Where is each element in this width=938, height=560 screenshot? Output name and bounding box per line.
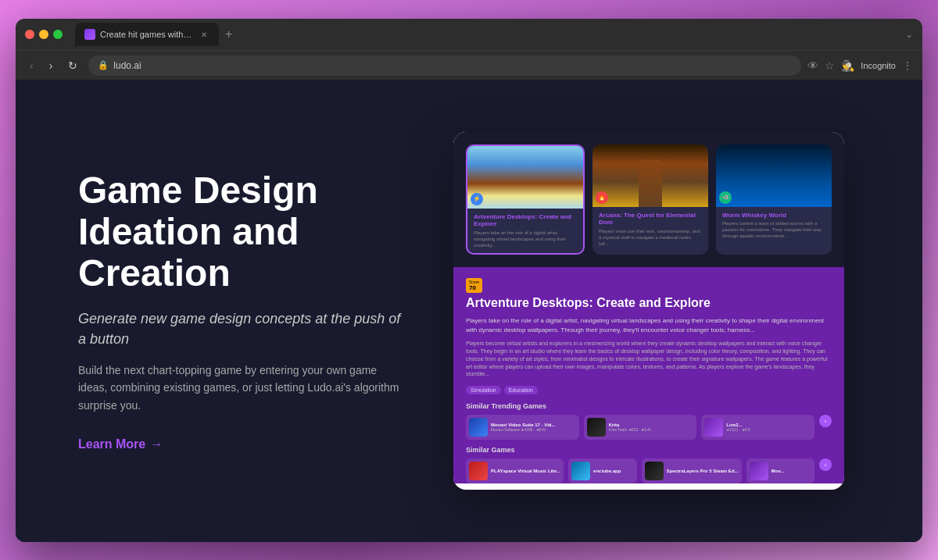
similar-game-thumb-2 xyxy=(571,462,590,480)
similar-info-3: Live2... ★1521 · ★4.5 xyxy=(726,423,811,432)
visibility-off-icon[interactable]: 👁 xyxy=(807,59,818,72)
card-info-1: Artventure Desktops: Create and Explore … xyxy=(467,209,583,254)
more-options-button[interactable]: ⋮ xyxy=(902,59,913,72)
similar-games-section: Similar Games PLAYspace Virtual Music Li… xyxy=(466,446,832,483)
active-tab[interactable]: Create hit games with the po... ✕ xyxy=(75,23,219,46)
similar-game-item-2[interactable]: enctube.app xyxy=(568,458,636,483)
similar-game-thumb-1 xyxy=(469,462,488,480)
similar-trending-item-2[interactable]: Krita Krita Team ★622 · ★0 AI xyxy=(584,415,697,440)
right-panel: ⚡ Artventure Desktops: Create and Explor… xyxy=(453,132,860,490)
close-window-button[interactable] xyxy=(25,30,34,39)
tab-favicon xyxy=(84,29,95,40)
card-name-2: Arcana: The Quest for Elemental Dom xyxy=(599,212,702,226)
similar-trending-item-3[interactable]: Live2... ★1521 · ★4.5 xyxy=(701,415,814,440)
similar-trending-grid: Movavi Video Suite 17 - Vid... Movavi So… xyxy=(466,415,832,440)
detail-title: Artventure Desktops: Create and Explore xyxy=(466,296,832,310)
arrow-icon: → xyxy=(150,437,163,451)
score-value: 70 xyxy=(469,284,479,291)
tab-bar-chevron[interactable]: ⌄ xyxy=(905,29,913,40)
similar-games-next-button[interactable]: › xyxy=(819,458,832,471)
ui-mockup: ⚡ Artventure Desktops: Create and Explor… xyxy=(453,132,844,490)
similar-game-name-3: SpectraLayers Pro 5 Steam Ed... xyxy=(667,469,739,473)
similar-trending-item-1[interactable]: Movavi Video Suite 17 - Vid... Movavi So… xyxy=(466,415,579,440)
card-image-1: ⚡ xyxy=(467,146,583,209)
lock-icon: 🔒 xyxy=(98,60,109,70)
similar-game-thumb-3 xyxy=(645,462,664,480)
similar-trending-title: Similar Trending Games xyxy=(466,402,832,410)
detail-section: Score 70 Artventure Desktops: Create and… xyxy=(453,267,844,483)
similar-game-info-3: SpectraLayers Pro 5 Steam Ed... xyxy=(667,469,739,473)
similar-meta-1: Movavi Software ★4286 · ★9 AI xyxy=(491,427,576,432)
maximize-window-button[interactable] xyxy=(53,30,63,39)
card-desc-2: Players must use their wits, swordsmansh… xyxy=(599,229,702,247)
main-content: Game Design Ideation and Creation Genera… xyxy=(16,80,922,542)
similar-info-2: Krita Krita Team ★622 · ★0 AI xyxy=(609,423,694,432)
similar-game-info-1: PLAYspace Virtual Music Libr... xyxy=(491,469,560,473)
similar-game-thumb-4 xyxy=(750,462,768,480)
card-image-2: 🔥 xyxy=(593,144,708,207)
score-badge: Score 70 xyxy=(466,278,482,293)
card-desc-3: Players control a team of skilled worms … xyxy=(722,221,825,239)
incognito-label: Incognito xyxy=(861,61,896,70)
hero-description: Build the next chart-topping game by ent… xyxy=(78,362,406,414)
game-card-2[interactable]: 🔥 Arcana: The Quest for Elemental Dom Pl… xyxy=(593,144,708,255)
learn-more-label: Learn More xyxy=(78,437,145,451)
tab-title: Create hit games with the po... xyxy=(100,30,194,39)
url-text: ludo.ai xyxy=(113,60,141,71)
browser-window: Create hit games with the po... ✕ + ⌄ ‹ … xyxy=(16,19,922,542)
tag-simulation[interactable]: Simulation xyxy=(466,386,501,394)
traffic-lights xyxy=(25,30,63,39)
similar-game-item-1[interactable]: PLAYspace Virtual Music Libr... xyxy=(466,458,564,483)
similar-game-item-3[interactable]: SpectraLayers Pro 5 Steam Ed... xyxy=(642,458,742,483)
card-name-3: Worm Whiskey World xyxy=(722,212,825,219)
title-bar: Create hit games with the po... ✕ + ⌄ xyxy=(16,19,922,50)
similar-meta-2: Krita Team ★622 · ★0 AI xyxy=(609,427,694,432)
hero-subtitle: Generate new game design concepts at the… xyxy=(78,309,406,348)
bookmark-icon[interactable]: ☆ xyxy=(825,59,835,72)
new-tab-button[interactable]: + xyxy=(222,27,235,41)
minimize-window-button[interactable] xyxy=(39,30,48,39)
incognito-icon: 🕵 xyxy=(841,59,854,72)
similar-game-info-2: enctube.app xyxy=(593,469,633,473)
card-name-1: Artventure Desktops: Create and Explore xyxy=(474,213,577,228)
similar-trending-next-button[interactable]: › xyxy=(819,415,832,427)
card-image-3: 🪱 xyxy=(716,144,832,207)
card-badge-1: ⚡ xyxy=(471,193,483,205)
similar-game-name-1: PLAYspace Virtual Music Libr... xyxy=(491,469,560,473)
card-info-2: Arcana: The Quest for Elemental Dom Play… xyxy=(593,207,708,252)
similar-thumb-2 xyxy=(587,418,606,437)
similar-game-name-2: enctube.app xyxy=(593,469,633,473)
similar-games-title: Similar Games xyxy=(466,446,832,454)
left-panel: Game Design Ideation and Creation Genera… xyxy=(78,170,406,451)
detail-description-2: Players become virtual artists and explo… xyxy=(466,340,832,378)
game-card-1[interactable]: ⚡ Artventure Desktops: Create and Explor… xyxy=(466,144,585,255)
forward-button[interactable]: › xyxy=(45,58,58,73)
similar-meta-3: ★1521 · ★4.5 xyxy=(726,427,811,432)
similar-thumb-1 xyxy=(469,418,488,437)
card-info-3: Worm Whiskey World Players control a tea… xyxy=(716,207,832,244)
card-badge-2: 🔥 xyxy=(596,191,608,204)
similar-trending-section: Similar Trending Games Movavi Video Suit… xyxy=(466,402,832,440)
similar-game-name-4: Mov... xyxy=(772,469,811,473)
address-bar[interactable]: 🔒 ludo.ai xyxy=(88,55,801,76)
hero-title: Game Design Ideation and Creation xyxy=(78,170,406,294)
tag-education[interactable]: Education xyxy=(504,386,538,394)
card-desc-1: Players take on the role of a digital ar… xyxy=(474,230,577,248)
back-button[interactable]: ‹ xyxy=(25,58,38,73)
similar-game-info-4: Mov... xyxy=(772,469,811,473)
similar-games-grid: PLAYspace Virtual Music Libr... enctube.… xyxy=(466,458,832,483)
tags-container: Simulation Education xyxy=(466,386,832,394)
similar-thumb-3 xyxy=(704,418,723,437)
nav-actions: 👁 ☆ 🕵 Incognito ⋮ xyxy=(807,59,913,72)
similar-info-1: Movavi Video Suite 17 - Vid... Movavi So… xyxy=(491,423,576,432)
reload-button[interactable]: ↻ xyxy=(63,58,82,73)
card-badge-3: 🪱 xyxy=(719,191,732,204)
tab-bar: Create hit games with the po... ✕ + xyxy=(75,23,899,46)
similar-game-item-4[interactable]: Mov... xyxy=(746,458,814,483)
nav-bar: ‹ › ↻ 🔒 ludo.ai 👁 ☆ 🕵 Incognito ⋮ xyxy=(16,50,922,80)
game-card-3[interactable]: 🪱 Worm Whiskey World Players control a t… xyxy=(716,144,832,255)
detail-description-1: Players take on the role of a digital ar… xyxy=(466,316,832,335)
tab-close-button[interactable]: ✕ xyxy=(199,29,209,40)
learn-more-button[interactable]: Learn More → xyxy=(78,437,163,451)
cards-section: ⚡ Artventure Desktops: Create and Explor… xyxy=(453,132,844,268)
